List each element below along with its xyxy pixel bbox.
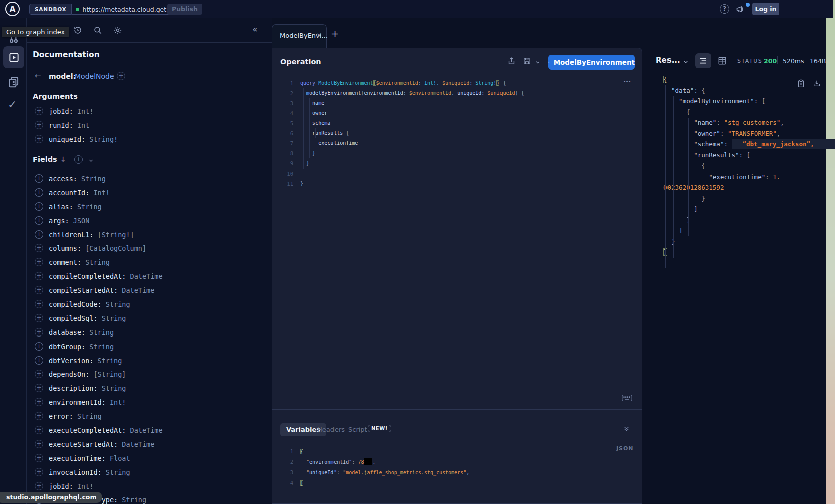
apollo-logo-icon[interactable]: A [5, 2, 20, 16]
field-type: String [89, 343, 114, 351]
field-name: dbtVersion: String [49, 357, 122, 365]
code-line: "modelByEnvironment": [ [663, 96, 835, 107]
add-field-icon[interactable]: + [35, 202, 43, 211]
add-field-icon[interactable]: + [35, 482, 43, 490]
share-icon[interactable] [507, 57, 516, 65]
schema-diff-nav-item[interactable] [7, 75, 20, 88]
close-tab-icon[interactable]: × [316, 31, 322, 39]
response-dropdown-chevron-icon[interactable] [683, 59, 689, 65]
save-icon[interactable] [523, 57, 531, 65]
field-type: String [98, 357, 122, 365]
add-field-icon[interactable]: + [35, 440, 43, 448]
graphql-query-editor[interactable]: query ModelByEnvironment($environmentId:… [300, 78, 524, 189]
formatted-view-toggle[interactable] [695, 53, 711, 68]
tab-script[interactable]: Script [348, 426, 367, 433]
add-field-icon[interactable]: + [35, 230, 43, 239]
line-number: 4 [275, 478, 293, 488]
field-type: [String] [93, 370, 126, 378]
add-field-icon[interactable]: + [35, 314, 43, 322]
collapse-sidebar-icon[interactable]: « [252, 24, 257, 34]
left-nav-rail: ✓ [0, 18, 27, 504]
add-field-icon[interactable]: + [35, 468, 43, 476]
documentation-title: Documentation [33, 50, 100, 59]
add-field-icon[interactable]: + [35, 258, 43, 266]
chevron-down-icon[interactable] [88, 158, 94, 163]
announcements-megaphone-icon[interactable] [736, 4, 746, 14]
add-fields-icon[interactable]: + [74, 155, 83, 164]
add-field-icon[interactable]: + [35, 356, 43, 365]
add-field-icon[interactable]: + [35, 174, 43, 183]
add-field-icon[interactable]: + [35, 272, 43, 280]
add-field-icon[interactable]: + [35, 244, 43, 252]
breadcrumb-type-link[interactable]: ModelNode [75, 72, 114, 80]
save-options-chevron-icon[interactable] [535, 60, 540, 65]
add-field-icon[interactable]: + [35, 107, 43, 115]
doc-field-row: +access: String [27, 173, 268, 187]
variables-editor[interactable]: { "environmentId": 78, "uniqueId": "mode… [300, 446, 469, 488]
response-json-viewer[interactable]: { "data": { "modelByEnvironment": [ { "n… [663, 74, 835, 258]
help-icon[interactable]: ? [720, 4, 729, 14]
publish-button[interactable]: Publish [167, 4, 202, 15]
operation-tab[interactable]: ModelByEnvi... × [272, 24, 327, 48]
explorer-nav-item[interactable] [3, 46, 24, 68]
checks-nav-item[interactable]: ✓ [8, 98, 17, 111]
add-field-icon[interactable]: + [35, 370, 43, 378]
add-field-icon[interactable]: + [35, 286, 43, 294]
keyboard-shortcuts-icon[interactable] [622, 394, 632, 402]
add-field-icon[interactable]: + [35, 135, 43, 143]
doc-field-row: +executeCompletedAt: DateTime [27, 424, 268, 438]
operation-panel: Operation ModelByEnvironment ⋯ 123456789… [272, 48, 642, 504]
add-field-icon[interactable]: + [35, 384, 43, 392]
back-arrow-icon[interactable]: ← [35, 71, 41, 80]
run-operation-button[interactable]: ModelByEnvironment [548, 55, 635, 70]
field-name: comment: String [49, 258, 110, 266]
add-field-icon[interactable]: + [35, 398, 43, 406]
app-window: A SANDBOX https://metadata.cloud.get Pub… [0, 0, 835, 504]
table-view-toggle[interactable] [718, 56, 727, 65]
divider [777, 56, 778, 64]
field-type: DateTime [130, 426, 163, 434]
add-field-icon[interactable]: + [35, 412, 43, 420]
run-button-label: ModelByEnvironment [554, 58, 635, 66]
line-number: 5 [275, 118, 293, 128]
new-tab-button[interactable]: + [331, 28, 339, 39]
endpoint-url-input[interactable]: https://metadata.cloud.get [72, 4, 182, 15]
field-name: childrenL1: [String!] [49, 231, 134, 239]
add-field-icon[interactable]: + [35, 328, 43, 337]
field-type: Int [77, 121, 89, 129]
doc-field-row: +compileCompletedAt: DateTime [27, 270, 268, 284]
arguments-heading: Arguments [33, 92, 78, 100]
response-panel: Res... STATUS 200 520ms 164B { "data": {… [648, 48, 826, 504]
add-all-fields-icon[interactable]: + [117, 72, 125, 80]
field-name: compileStartedAt: DateTime [49, 286, 154, 294]
add-field-icon[interactable]: + [35, 426, 43, 434]
line-number: 1 [275, 78, 293, 88]
doc-field-row: +accountId: Int! [27, 187, 268, 201]
add-field-icon[interactable]: + [35, 300, 43, 308]
field-name: alias: String [49, 203, 102, 211]
tab-headers[interactable]: Headers [317, 426, 345, 433]
login-button[interactable]: Log in [752, 3, 779, 15]
editor-menu-icon[interactable]: ⋯ [623, 77, 632, 86]
sort-fields-icon[interactable]: ↓ [60, 155, 66, 163]
add-field-icon[interactable]: + [35, 454, 43, 462]
field-name: description: String [49, 384, 126, 392]
collapse-variables-icon[interactable] [623, 425, 630, 432]
field-name: jobId: Int! [49, 107, 93, 115]
history-icon[interactable] [73, 26, 82, 35]
add-field-icon[interactable]: + [35, 188, 43, 197]
code-line: runResults { [300, 128, 524, 138]
add-field-icon[interactable]: + [35, 342, 43, 351]
arguments-list: +jobId: Int!+runId: Int+uniqueId: String… [27, 105, 268, 147]
doc-field-row: +runId: Int [27, 119, 268, 133]
response-title[interactable]: Res... [656, 56, 680, 65]
add-field-icon[interactable]: + [35, 216, 43, 225]
add-field-icon[interactable]: + [35, 121, 43, 129]
code-line: { [663, 107, 835, 118]
search-icon[interactable] [93, 26, 102, 35]
doc-field-row: +error: String [27, 410, 268, 424]
status-code: 200 [764, 57, 777, 65]
code-line: "owner": "TRANSFORMER", [663, 128, 835, 139]
settings-gear-icon[interactable] [113, 26, 122, 35]
code-line: "schema": “dbt_mary_jackson”, [663, 139, 835, 150]
